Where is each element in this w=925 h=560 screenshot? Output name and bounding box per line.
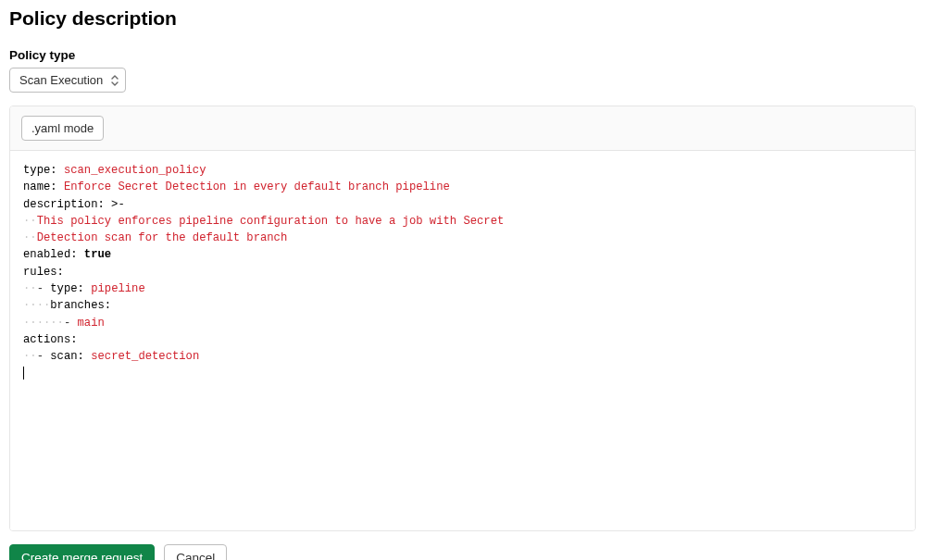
page-title: Policy description: [9, 7, 916, 30]
yaml-value: This policy enforces pipeline configurat…: [37, 215, 505, 228]
yaml-key: branches:: [50, 299, 111, 312]
yaml-value: main: [78, 317, 105, 330]
yaml-key: type:: [23, 164, 57, 177]
policy-type-selected: Scan Execution: [19, 73, 103, 87]
yaml-key: actions:: [23, 333, 78, 346]
editor-panel: .yaml mode type: scan_execution_policy n…: [9, 106, 916, 531]
yaml-editor[interactable]: type: scan_execution_policy name: Enforc…: [10, 151, 915, 530]
yaml-value: secret_detection: [91, 350, 199, 363]
policy-type-select[interactable]: Scan Execution: [9, 68, 126, 93]
whitespace-marker: ··: [23, 350, 37, 363]
footer-actions: Create merge request Cancel: [9, 544, 916, 560]
yaml-value: Detection scan for the default branch: [37, 231, 288, 244]
editor-toolbar: .yaml mode: [10, 106, 915, 151]
yaml-value: scan_execution_policy: [64, 164, 206, 177]
yaml-dash: -: [64, 317, 70, 330]
cancel-button[interactable]: Cancel: [164, 544, 227, 560]
whitespace-marker: ····: [23, 299, 50, 312]
yaml-value: true: [84, 248, 111, 261]
whitespace-marker: ··: [23, 282, 37, 295]
yaml-mode-button[interactable]: .yaml mode: [21, 116, 104, 141]
policy-type-field: Policy type Scan Execution: [9, 48, 916, 93]
yaml-key: rules:: [23, 266, 64, 279]
whitespace-marker: ··: [23, 231, 37, 244]
yaml-marker: >-: [111, 198, 125, 211]
yaml-key: type:: [50, 282, 84, 295]
whitespace-marker: ··: [23, 215, 37, 228]
yaml-key: name:: [23, 180, 57, 193]
yaml-dash: -: [37, 282, 44, 295]
yaml-key: description:: [23, 198, 105, 211]
yaml-value: Enforce Secret Detection in every defaul…: [64, 180, 450, 193]
chevron-up-down-icon: [111, 75, 119, 86]
yaml-dash: -: [37, 350, 44, 363]
yaml-key: scan:: [50, 350, 84, 363]
create-merge-request-button[interactable]: Create merge request: [9, 544, 155, 560]
policy-type-label: Policy type: [9, 48, 916, 62]
yaml-key: enabled:: [23, 248, 78, 261]
text-cursor: [23, 367, 24, 380]
whitespace-marker: ······: [23, 317, 64, 330]
yaml-value: pipeline: [91, 282, 145, 295]
